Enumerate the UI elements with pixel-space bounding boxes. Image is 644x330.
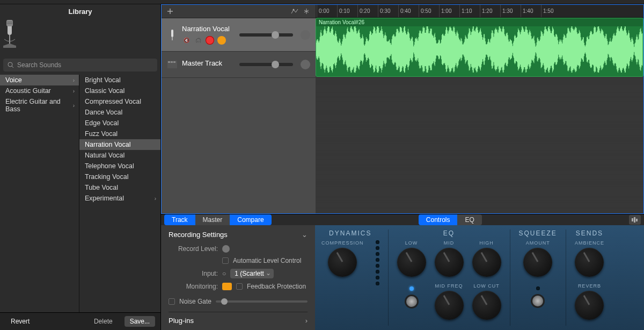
library-preset-item[interactable]: Compressed Vocal [79, 96, 160, 107]
mid-knob[interactable] [435, 248, 464, 277]
audio-region[interactable]: Narration Vocal#26 [316, 18, 643, 77]
library-preset-item[interactable]: Tube Vocal [79, 182, 160, 193]
ambience-knob[interactable] [575, 248, 604, 277]
time-ruler[interactable]: 0:000:100:200:300:400:501:001:101:201:30… [316, 5, 643, 18]
save-button[interactable]: Save... [125, 316, 155, 327]
input-monitor-icon[interactable] [217, 36, 226, 45]
high-knob[interactable] [472, 248, 501, 277]
low-knob[interactable] [397, 248, 426, 277]
squeeze-knob[interactable] [523, 248, 552, 277]
window-titlebar [0, 0, 644, 4]
midfreq-label: MID FREQ [435, 283, 463, 289]
ruler-tick: 1:20 [480, 5, 500, 17]
low-led-icon [409, 286, 414, 291]
library-preset-item[interactable]: Experimental› [79, 193, 160, 204]
editor-tab-compare[interactable]: Compare [230, 214, 271, 225]
library-category-item[interactable]: Acoustic Guitar› [0, 85, 79, 96]
compression-knob[interactable] [328, 248, 357, 277]
library-panel: Library Voice›Acoustic G [0, 4, 161, 330]
track-name: Master Track [182, 59, 235, 67]
recording-settings-panel: Recording Settings ⌄ Record Level: Autom… [161, 225, 315, 330]
chevron-down-icon[interactable]: ⌄ [302, 231, 308, 239]
svg-rect-15 [632, 218, 633, 221]
ruler-tick: 1:40 [521, 5, 541, 17]
settings-title: Recording Settings [169, 231, 228, 239]
library-preset-item[interactable]: Dance Vocal [79, 107, 160, 118]
library-preset-item[interactable]: Narration Vocal [79, 139, 160, 150]
svg-rect-16 [634, 217, 635, 223]
editor-tab-master[interactable]: Master [195, 214, 230, 225]
smart-controls-eq-panel: DYNAMICS COMPRESSION [315, 225, 644, 330]
sends-title: SENDS [576, 229, 603, 237]
squeeze-jack-icon [532, 296, 543, 306]
svg-rect-4 [9, 35, 10, 45]
gain-reduction-meter [376, 240, 379, 285]
plugins-label: Plug-ins [169, 317, 194, 325]
editor-view-tab-controls[interactable]: Controls [419, 214, 458, 225]
record-enable-icon[interactable] [206, 36, 214, 45]
track-header-row[interactable]: Master Track [162, 52, 316, 78]
monitoring-toggle[interactable] [222, 283, 232, 290]
lowcut-knob[interactable] [472, 291, 501, 320]
midfreq-knob[interactable] [435, 291, 464, 320]
alc-label: Automatic Level Control [233, 257, 301, 264]
alc-checkbox[interactable] [222, 257, 229, 264]
automation-toggle-icon[interactable] [290, 7, 299, 16]
lowcut-label: LOW CUT [473, 283, 500, 289]
library-category-item[interactable]: Electric Guitar and Bass› [0, 96, 79, 114]
editor-tab-track[interactable]: Track [164, 214, 195, 225]
pan-knob[interactable] [301, 60, 310, 69]
svg-point-7 [293, 9, 295, 11]
feedback-checkbox[interactable] [236, 283, 243, 290]
eq-title: EQ [443, 229, 455, 237]
track-header-row[interactable]: Narration Vocal🔇🎧 [162, 18, 316, 52]
ruler-tick: 1:30 [500, 5, 521, 17]
editor-view-tab-eq[interactable]: EQ [457, 214, 481, 225]
input-label: Input: [169, 270, 218, 277]
svg-rect-8 [171, 30, 173, 37]
pan-knob[interactable] [301, 30, 310, 40]
svg-point-5 [8, 62, 12, 67]
ruler-tick: 1:10 [459, 5, 480, 17]
svg-rect-9 [172, 37, 173, 40]
svg-rect-13 [173, 61, 175, 63]
library-preset-item[interactable]: Bright Vocal [79, 75, 160, 85]
ambience-label: AMBIENCE [575, 240, 604, 246]
inspector-button[interactable] [629, 215, 641, 225]
svg-rect-12 [171, 61, 173, 63]
library-preset-item[interactable]: Fuzz Vocal [79, 128, 160, 139]
library-preset-item[interactable]: Classic Vocal [79, 85, 160, 96]
svg-rect-17 [636, 219, 638, 221]
noise-gate-checkbox[interactable] [169, 298, 175, 305]
volume-slider[interactable] [239, 33, 293, 37]
headphone-icon[interactable]: 🎧 [194, 36, 202, 45]
svg-rect-11 [168, 61, 170, 63]
track-name: Narration Vocal [182, 25, 235, 33]
mute-icon[interactable]: 🔇 [182, 36, 191, 45]
low-label: LOW [405, 240, 418, 246]
input-refresh-icon[interactable]: ○ [222, 270, 226, 277]
chevron-right-icon[interactable]: › [305, 317, 308, 325]
search-icon [8, 62, 14, 68]
delete-button[interactable]: Delete [89, 316, 118, 327]
revert-button[interactable]: Revert [5, 316, 35, 327]
library-preset-item[interactable]: Tracking Vocal [79, 171, 160, 182]
clips-area[interactable]: Narration Vocal#26 [316, 18, 643, 213]
feedback-label: Feedback Protection [247, 283, 306, 290]
record-level-knob[interactable] [222, 245, 230, 253]
ruler-tick: 0:10 [337, 5, 357, 17]
svg-line-6 [12, 66, 13, 68]
input-select[interactable]: 1 (Scarlett [230, 269, 274, 278]
library-category-item[interactable]: Voice› [0, 75, 79, 85]
catch-playhead-icon[interactable] [302, 7, 311, 16]
add-track-button[interactable] [166, 7, 174, 16]
library-preset-item[interactable]: Telephone Vocal [79, 161, 160, 171]
reverb-knob[interactable] [575, 291, 604, 320]
search-input[interactable] [3, 59, 157, 71]
library-preset-item[interactable]: Natural Vocal [79, 150, 160, 161]
amount-label: AMOUNT [526, 240, 550, 246]
volume-slider[interactable] [239, 63, 293, 66]
library-preset-item[interactable]: Edge Vocal [79, 118, 160, 128]
compression-label: COMPRESSION [321, 240, 364, 246]
noise-gate-slider[interactable] [216, 300, 308, 303]
